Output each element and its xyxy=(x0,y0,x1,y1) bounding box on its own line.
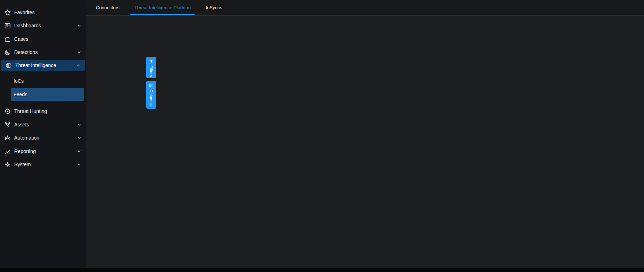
chevron-down-icon xyxy=(77,50,81,54)
chevron-down-icon xyxy=(77,162,81,167)
tab-insyncs[interactable]: InSyncs xyxy=(203,0,224,15)
sidebar-item-label: Detections xyxy=(14,49,38,55)
detections-icon xyxy=(4,49,11,56)
star-icon xyxy=(4,9,11,16)
content-area xyxy=(86,16,644,272)
main-sidebar: FavoritesDashboardsCasesDetectionsThreat… xyxy=(0,0,86,272)
sidebar-item-label: Favorites xyxy=(14,10,35,15)
gear-icon xyxy=(4,161,11,168)
tab-connectors[interactable]: Connectors xyxy=(94,0,121,15)
chart-icon xyxy=(4,148,11,155)
briefcase-icon xyxy=(4,36,11,43)
chevron-up-icon xyxy=(76,63,80,67)
sidebar-item-assets[interactable]: Assets xyxy=(0,119,86,130)
chevron-down-icon xyxy=(77,23,81,28)
sidebar-item-label: Threat Intelligence xyxy=(15,62,56,68)
funnel-icon xyxy=(149,59,153,64)
filters-rail-label: Filters xyxy=(149,65,153,77)
sidebar-item-reporting[interactable]: Reporting xyxy=(0,146,86,157)
sidebar-item-label: Dashboards xyxy=(14,23,41,28)
brain-icon xyxy=(5,62,12,69)
sidebar-item-label: Reporting xyxy=(14,148,36,154)
dashboard-icon xyxy=(4,22,11,29)
sidebar-subitem-iocs[interactable]: IoCs xyxy=(11,75,84,87)
columns-rail-button[interactable]: Columns xyxy=(146,81,156,109)
sidebar-item-threat-hunting[interactable]: Threat Hunting xyxy=(0,106,86,116)
robot-icon xyxy=(4,134,11,141)
sidebar-item-detections[interactable]: Detections xyxy=(0,47,86,58)
chevron-down-icon xyxy=(77,123,81,127)
bottom-edge xyxy=(0,268,644,272)
sidebar-item-threat-intelligence[interactable]: Threat Intelligence xyxy=(1,60,85,71)
sidebar-item-label: Assets xyxy=(14,122,29,127)
table-grid-icon xyxy=(149,83,153,88)
sidebar-item-label: Cases xyxy=(14,36,28,42)
network-icon xyxy=(4,121,11,128)
sidebar-subitem-label: IoCs xyxy=(13,78,24,84)
sidebar-item-automation[interactable]: Automation xyxy=(0,132,86,143)
tab-threat-intelligence-platform[interactable]: Threat Intelligence Platform xyxy=(132,0,193,15)
sidebar-item-label: System xyxy=(14,162,31,167)
crosshair-icon xyxy=(4,108,11,115)
sidebar-subitem-label: Feeds xyxy=(13,92,27,97)
columns-rail-label: Columns xyxy=(149,89,153,106)
chevron-down-icon xyxy=(77,149,81,153)
sidebar-subitem-feeds[interactable]: Feeds xyxy=(11,88,84,101)
chevron-down-icon xyxy=(77,136,81,140)
sidebar-item-cases[interactable]: Cases xyxy=(0,34,86,44)
sidebar-item-label: Automation xyxy=(14,135,39,141)
tab-bar: ConnectorsThreat Intelligence PlatformIn… xyxy=(86,0,644,16)
sidebar-item-favorites[interactable]: Favorites xyxy=(0,7,86,18)
sidebar-item-system[interactable]: System xyxy=(0,159,86,170)
app-window: FavoritesDashboardsCasesDetectionsThreat… xyxy=(0,0,644,272)
sidebar-item-dashboards[interactable]: Dashboards xyxy=(0,20,86,31)
filters-rail-button[interactable]: Filters xyxy=(146,57,156,78)
sidebar-item-label: Threat Hunting xyxy=(14,108,47,114)
